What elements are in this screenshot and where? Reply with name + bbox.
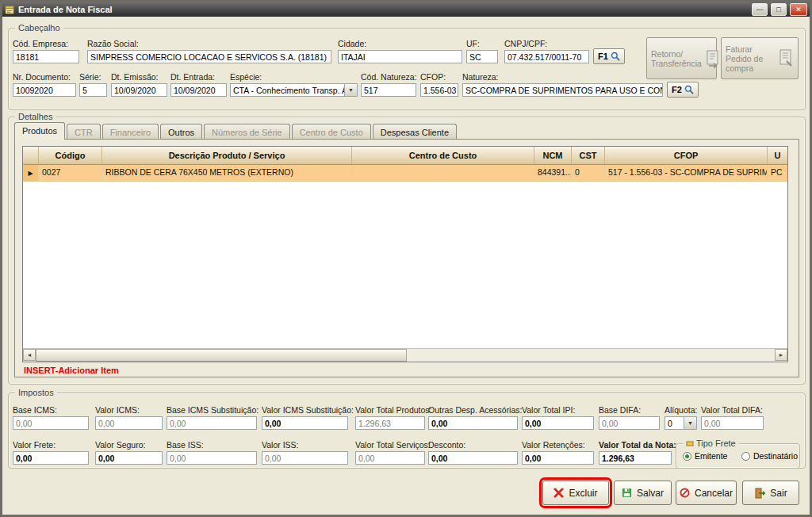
grid-header-un[interactable]: U	[768, 147, 787, 164]
valor-frete-input[interactable]: 0,00	[13, 451, 89, 465]
cell-descricao: RIBBON DE CERA 76X450 METROS (EXTERNO)	[102, 165, 352, 181]
cod-empresa-input[interactable]: 18181	[13, 50, 79, 63]
titlebar: Entrada de Nota Fiscal — □ ✕	[2, 2, 810, 17]
dt-entrada-label: Dt. Entrada:	[170, 72, 215, 82]
cod-natureza-label: Cód. Natureza:	[361, 72, 417, 82]
uf-input[interactable]: SC	[466, 50, 498, 63]
grid-header-codigo[interactable]: Código	[39, 147, 102, 164]
client-area: Cabeçalho Cód. Empresa: 18181 Razão Soci…	[2, 17, 810, 515]
valor-total-difa-label: Valor Total DIFA:	[701, 405, 763, 415]
razao-social-input[interactable]: SIMPRESS COMERCIO LOCACAO E SERVICOS S.A…	[87, 50, 331, 63]
desconto-input[interactable]: 0,00	[428, 451, 518, 465]
exit-door-icon	[754, 488, 765, 499]
f2-search-button[interactable]: F2	[667, 82, 699, 98]
grid-empty-area	[23, 182, 787, 348]
cidade-input[interactable]: ITAJAI	[338, 50, 462, 63]
valor-total-ipi-input[interactable]: 0,00	[522, 416, 594, 430]
excluir-button[interactable]: Excluir	[542, 481, 609, 505]
freight-icon	[686, 439, 694, 447]
scrollbar-track[interactable]	[407, 349, 775, 362]
aliquota-select[interactable]: 0 ▼	[665, 416, 697, 430]
excluir-button-label: Excluir	[569, 488, 597, 499]
f1-search-button[interactable]: F1	[593, 48, 625, 64]
valor-total-servicos-input: 0,00	[355, 451, 425, 465]
tab-outros[interactable]: Outros	[160, 124, 202, 140]
scrollbar-thumb[interactable]	[36, 349, 407, 362]
dt-emissao-input[interactable]: 10/09/2020	[111, 83, 167, 97]
especie-selected-value: CTA - Conhecimento Transp. Aér	[231, 84, 344, 96]
tab-financeiro: Financeiro	[102, 124, 159, 140]
serie-input[interactable]: 5	[79, 83, 107, 97]
grid-header-cst[interactable]: CST	[572, 147, 605, 164]
grid-header-cfop[interactable]: CFOP	[605, 147, 768, 164]
valor-seguro-label: Valor Seguro:	[95, 440, 145, 450]
radio-emitente-label: Emitente	[695, 451, 727, 461]
dt-emissao-label: Dt. Emissão:	[111, 72, 159, 82]
radio-emitente[interactable]: Emitente	[683, 451, 727, 461]
group-impostos-label: Impostos	[15, 388, 57, 397]
tab-despesas-cliente[interactable]: Despesas Cliente	[373, 124, 457, 140]
grid-header-centro-custo[interactable]: Centro de Custo	[352, 147, 534, 164]
cancel-icon	[680, 488, 690, 498]
base-icms-input: 0,00	[13, 416, 89, 430]
cnpj-cpf-input[interactable]: 07.432.517/0011-70	[504, 50, 589, 63]
radio-emitente-dot	[683, 452, 691, 461]
document-transfer-icon	[705, 48, 721, 69]
maximize-button[interactable]: □	[771, 3, 787, 16]
natureza-label: Natureza:	[462, 72, 499, 82]
base-icms-subst-input: 0,00	[167, 416, 257, 430]
radio-destinatario[interactable]: Destinatário	[741, 451, 798, 461]
dt-entrada-input[interactable]: 10/09/2020	[170, 83, 227, 97]
especie-label: Espécie:	[230, 72, 262, 82]
table-row[interactable]: ▶ 0027 RIBBON DE CERA 76X450 METROS (EXT…	[23, 165, 787, 182]
faturar-button-label: Faturar Pedido de compra	[726, 44, 775, 73]
valor-icms-input: 0,00	[95, 416, 163, 430]
base-iss-label: Base ISS:	[167, 440, 204, 450]
valor-retencoes-input[interactable]: 0,00	[522, 451, 594, 465]
faturar-pedido-compra-button[interactable]: Faturar Pedido de compra	[721, 37, 799, 79]
salvar-button[interactable]: Salvar	[614, 481, 672, 505]
valor-seguro-input[interactable]: 0,00	[95, 451, 163, 465]
chevron-down-icon[interactable]: ▼	[344, 84, 357, 96]
cod-natureza-input[interactable]: 517	[361, 83, 416, 97]
window-title: Entrada de Nota Fiscal	[18, 5, 749, 14]
nr-documento-input[interactable]: 10092020	[13, 83, 76, 97]
cfop-input[interactable]: 1.556-03	[420, 83, 458, 97]
cell-un: PC	[768, 165, 787, 181]
grid-header-selector	[23, 147, 39, 164]
group-tipo-frete: Tipo Frete Emitente Destinatário	[676, 443, 800, 469]
cnpj-cpf-label: CNPJ/CPF:	[504, 39, 547, 48]
valor-icms-subst-input[interactable]: 0,00	[262, 416, 348, 430]
cell-cfop: 517 - 1.556-03 - SC-COMPRA DE SUPRIMENTO…	[605, 165, 768, 181]
f1-button-label: F1	[598, 52, 608, 61]
aliquota-selected-value: 0	[665, 417, 684, 429]
horizontal-scrollbar[interactable]: ◄ ►	[23, 348, 787, 362]
scroll-left-icon[interactable]: ◄	[23, 349, 36, 361]
cancelar-button[interactable]: Cancelar	[676, 481, 737, 505]
retorno-transferencia-button[interactable]: Retorno/ Transferência	[646, 37, 717, 79]
desconto-label: Desconto:	[428, 440, 465, 450]
grid-header-ncm[interactable]: NCM	[534, 147, 572, 164]
aliquota-label: Alíquota:	[665, 405, 697, 415]
chevron-down-icon[interactable]: ▼	[684, 417, 696, 429]
retorno-button-label: Retorno/ Transferência	[651, 49, 702, 68]
invoice-document-icon	[778, 48, 794, 69]
natureza-input[interactable]: SC-COMPRA DE SUPRIMENTOS PARA USO E CONS…	[462, 83, 663, 97]
tipo-frete-label-text: Tipo Frete	[696, 438, 736, 448]
uf-label: UF:	[466, 39, 480, 48]
app-window: Entrada de Nota Fiscal — □ ✕ Cabeçalho C…	[0, 0, 812, 517]
grid-header-descricao[interactable]: Descrição Produto / Serviço	[102, 147, 352, 164]
sair-button[interactable]: Sair	[742, 481, 799, 505]
minimize-button[interactable]: —	[752, 3, 768, 16]
close-button[interactable]: ✕	[790, 3, 807, 16]
cidade-label: Cidade:	[338, 39, 366, 48]
especie-select[interactable]: CTA - Conhecimento Transp. Aér ▼	[230, 83, 358, 97]
cell-cst: 0	[572, 165, 605, 181]
valor-retencoes-label: Valor Retenções:	[522, 440, 585, 450]
save-icon	[622, 488, 632, 498]
outras-desp-input[interactable]: 0,00	[428, 416, 518, 430]
cell-codigo: 0027	[39, 165, 102, 181]
valor-total-nota-input: 1.296,63	[599, 451, 672, 465]
scroll-right-icon[interactable]: ►	[775, 349, 787, 361]
tab-produtos[interactable]: Produtos	[14, 122, 65, 140]
